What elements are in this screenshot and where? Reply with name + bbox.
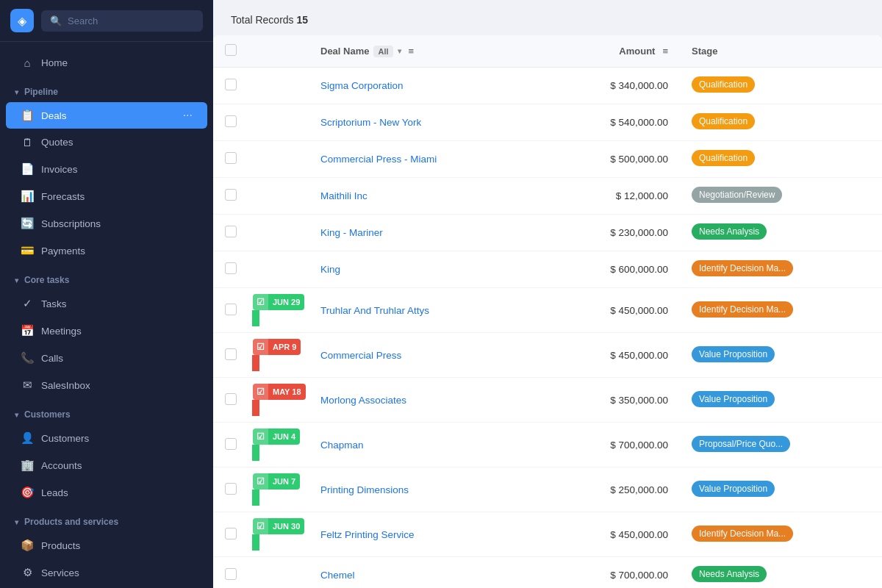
more-options-icon[interactable]: ··· xyxy=(183,109,193,122)
chevron-down-icon[interactable]: ▾ xyxy=(398,47,401,55)
sidebar-item-tasks[interactable]: ✓ Tasks xyxy=(6,290,207,317)
sidebar-item-salesinbox[interactable]: ✉ SalesInbox xyxy=(6,372,207,398)
search-placeholder: Search xyxy=(68,15,98,26)
sidebar-navigation: ⌂ Home ▾ Pipeline 📋 Deals ··· 🗒 Quotes 📄… xyxy=(0,42,213,588)
sidebar-item-quotes[interactable]: 🗒 Quotes xyxy=(6,129,207,155)
sidebar-item-label: Invoices xyxy=(41,164,78,175)
row-checkbox[interactable] xyxy=(225,393,237,405)
stage-badge: Identify Decision Ma... xyxy=(692,526,793,542)
row-checkbox-cell xyxy=(213,251,250,288)
row-checkbox[interactable] xyxy=(225,438,237,450)
tag-date-label: JUN 7 xyxy=(268,473,300,490)
deal-name-cell[interactable]: Sigma Corporation xyxy=(309,68,535,104)
row-tag-cell: ☑ JUN 4 xyxy=(250,423,309,467)
table-row: Chemel$ 700,000.00Needs Analysis xyxy=(213,557,882,589)
deal-date-tag[interactable]: ☑ JUN 29 xyxy=(253,294,304,310)
sidebar-item-forecasts[interactable]: 📊 Forecasts xyxy=(6,183,207,209)
row-tag-cell xyxy=(250,251,309,288)
deal-name-cell[interactable]: Morlong Associates xyxy=(309,378,535,423)
row-checkbox-cell xyxy=(213,104,250,141)
deal-stage-cell: Needs Analysis xyxy=(680,215,882,251)
deal-name-cell[interactable]: King xyxy=(309,251,535,288)
deal-name-col-header[interactable]: Deal Name All ▾ ≡ xyxy=(309,35,535,68)
sidebar-item-label: Customers xyxy=(41,433,89,444)
sidebar-section-customers[interactable]: ▾ Customers xyxy=(0,399,213,424)
row-checkbox[interactable] xyxy=(225,483,237,495)
select-all-header[interactable] xyxy=(213,35,250,68)
tag-date-label: JUN 29 xyxy=(268,294,304,310)
deal-date-tag[interactable]: ☑ JUN 4 xyxy=(253,429,300,445)
row-checkbox[interactable] xyxy=(225,152,237,164)
select-all-checkbox[interactable] xyxy=(225,44,237,56)
sidebar-item-meetings[interactable]: 📅 Meetings xyxy=(6,318,207,344)
subscriptions-icon: 🔄 xyxy=(21,217,34,230)
deals-table-wrapper: Deal Name All ▾ ≡ Amount ≡ xyxy=(213,35,882,588)
row-checkbox[interactable] xyxy=(225,262,237,274)
sidebar-item-accounts[interactable]: 🏢 Accounts xyxy=(6,452,207,478)
deal-name-cell[interactable]: Truhlar And Truhlar Attys xyxy=(309,288,535,333)
deal-name-cell[interactable]: Feltz Printing Service xyxy=(309,512,535,557)
search-bar[interactable]: 🔍 Search xyxy=(41,10,203,32)
row-tag-cell xyxy=(250,557,309,589)
row-tag-cell: ☑ JUN 29 xyxy=(250,288,309,333)
deal-name-cell[interactable]: Commercial Press xyxy=(309,333,535,378)
deal-date-tag[interactable]: ☑ MAY 18 xyxy=(253,384,306,400)
row-checkbox[interactable] xyxy=(225,115,237,127)
sidebar-item-home[interactable]: ⌂ Home xyxy=(6,50,207,76)
sidebar-item-invoices[interactable]: 📄 Invoices xyxy=(6,156,207,182)
sidebar-item-leads[interactable]: 🎯 Leads xyxy=(6,479,207,506)
sidebar-item-label: Tasks xyxy=(41,298,67,309)
sidebar-item-label: Accounts xyxy=(41,460,82,471)
deal-name-cell[interactable]: Maithili Inc xyxy=(309,178,535,215)
row-checkbox[interactable] xyxy=(225,226,237,237)
stage-badge: Negotiation/Review xyxy=(692,187,782,203)
amount-filter-icon[interactable]: ≡ xyxy=(662,46,668,57)
deal-name-cell[interactable]: King - Mariner xyxy=(309,215,535,251)
total-records-text: Total Records 15 xyxy=(231,14,308,26)
sidebar-item-products[interactable]: 📦 Products xyxy=(6,532,207,559)
sidebar-item-label: Calls xyxy=(41,353,63,364)
deal-name-cell[interactable]: Scriptorium - New York xyxy=(309,104,535,141)
row-checkbox[interactable] xyxy=(225,189,237,201)
deal-name-cell[interactable]: Commercial Press - Miami xyxy=(309,141,535,178)
row-checkbox[interactable] xyxy=(225,568,237,580)
stage-badge: Needs Analysis xyxy=(692,223,767,240)
sidebar-section-core-tasks[interactable]: ▾ Core tasks xyxy=(0,265,213,290)
app-logo[interactable]: ◈ xyxy=(10,9,34,32)
deal-name-cell[interactable]: Chemel xyxy=(309,557,535,589)
deal-name-col-label: Deal Name xyxy=(320,46,369,57)
filter-icon[interactable]: ≡ xyxy=(409,46,415,57)
sidebar-item-services[interactable]: ⚙ Services xyxy=(6,559,207,586)
deal-date-tag[interactable]: ☑ APR 9 xyxy=(253,339,301,355)
sidebar-item-label: Quotes xyxy=(41,137,74,148)
all-filter-label[interactable]: All xyxy=(373,46,392,57)
sidebar-section-products-services[interactable]: ▾ Products and services xyxy=(0,506,213,531)
row-checkbox[interactable] xyxy=(225,348,237,360)
products-icon: 📦 xyxy=(21,539,34,552)
deal-stage-cell: Value Proposition xyxy=(680,467,882,512)
table-row: Maithili Inc$ 12,000.00Negotiation/Revie… xyxy=(213,178,882,215)
row-checkbox[interactable] xyxy=(225,528,237,539)
sidebar-item-label: Services xyxy=(41,567,79,578)
table-row: ☑ JUN 29 Truhlar And Truhlar Attys$ 450,… xyxy=(213,288,882,333)
amount-col-header[interactable]: Amount ≡ xyxy=(535,35,680,68)
sidebar-item-subscriptions[interactable]: 🔄 Subscriptions xyxy=(6,210,207,237)
sidebar-item-customers[interactable]: 👤 Customers xyxy=(6,425,207,451)
row-checkbox[interactable] xyxy=(225,304,237,315)
deal-amount-cell: $ 450,000.00 xyxy=(535,288,680,333)
deal-name-cell[interactable]: Printing Dimensions xyxy=(309,467,535,512)
sidebar-section-pipeline[interactable]: ▾ Pipeline xyxy=(0,76,213,101)
sidebar-item-deals[interactable]: 📋 Deals ··· xyxy=(6,102,207,129)
products-services-section-label: Products and services xyxy=(24,517,118,527)
deal-name-cell[interactable]: Chapman xyxy=(309,423,535,467)
deal-stage-cell: Qualification xyxy=(680,141,882,178)
sidebar-item-payments[interactable]: 💳 Payments xyxy=(6,237,207,264)
deal-date-tag[interactable]: ☑ JUN 30 xyxy=(253,518,304,534)
row-checkbox[interactable] xyxy=(225,79,237,90)
deal-date-tag[interactable]: ☑ JUN 7 xyxy=(253,473,300,490)
sidebar-item-calls[interactable]: 📞 Calls xyxy=(6,345,207,371)
table-row: King$ 600,000.00Identify Decision Ma... xyxy=(213,251,882,288)
invoices-icon: 📄 xyxy=(21,162,34,176)
deal-amount-cell: $ 450,000.00 xyxy=(535,512,680,557)
table-row: Scriptorium - New York$ 540,000.00Qualif… xyxy=(213,104,882,141)
